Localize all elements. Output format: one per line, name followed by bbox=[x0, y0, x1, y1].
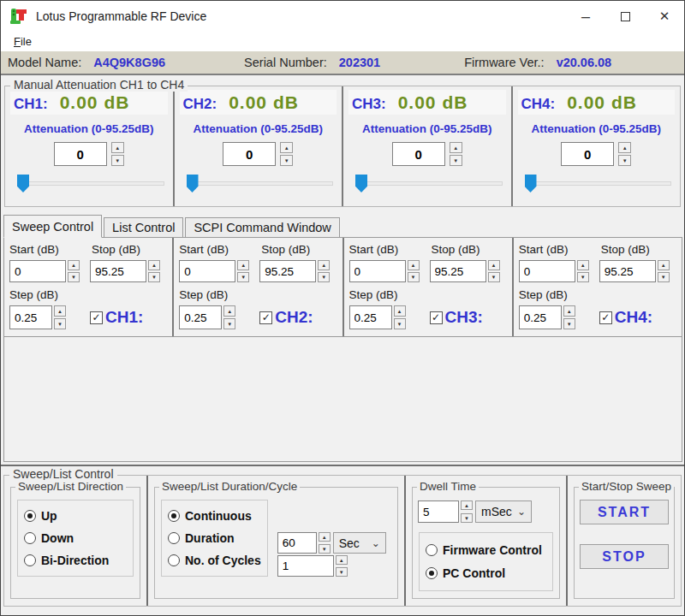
spin-up-icon[interactable]: ▲ bbox=[394, 305, 406, 317]
spin-down-icon[interactable]: ▼ bbox=[450, 155, 462, 166]
spin-down-icon[interactable]: ▼ bbox=[319, 544, 331, 554]
ch3-enable-checkbox[interactable]: ✓ bbox=[430, 311, 443, 324]
dwell-unit-select[interactable]: mSec ⌄ bbox=[475, 500, 532, 523]
start-db-label: Start (dB) bbox=[9, 243, 92, 256]
dwell-time-spinner: ▲ ▼ bbox=[461, 500, 473, 523]
ch2-attenuation-slider[interactable] bbox=[180, 174, 337, 194]
spin-down-icon[interactable]: ▼ bbox=[223, 318, 235, 329]
ch3-stop-input[interactable] bbox=[430, 260, 486, 282]
slider-thumb[interactable] bbox=[187, 175, 199, 192]
ch2-step-input[interactable] bbox=[179, 305, 222, 329]
spin-up-icon[interactable]: ▲ bbox=[68, 260, 80, 270]
spin-up-icon[interactable]: ▲ bbox=[563, 305, 575, 317]
ch2-enable-checkbox[interactable]: ✓ bbox=[259, 311, 272, 324]
slider-track[interactable] bbox=[525, 181, 672, 186]
duration-value-input[interactable] bbox=[277, 532, 317, 554]
spin-up-icon[interactable]: ▲ bbox=[223, 305, 235, 317]
ch2-start-input[interactable] bbox=[179, 260, 235, 282]
stop-db-label: Stop (dB) bbox=[432, 243, 480, 256]
spin-up-icon[interactable]: ▲ bbox=[618, 142, 631, 153]
radio-bi-direction[interactable]: Bi-Direction bbox=[24, 554, 127, 567]
spin-up-icon[interactable]: ▲ bbox=[280, 142, 293, 153]
ch2-stop-input[interactable] bbox=[259, 260, 316, 282]
ch4-attenuation-input[interactable] bbox=[561, 142, 614, 166]
spin-up-icon[interactable]: ▲ bbox=[408, 260, 420, 270]
start-button[interactable]: START bbox=[580, 500, 669, 524]
spin-up-icon[interactable]: ▲ bbox=[148, 260, 160, 270]
slider-track[interactable] bbox=[355, 181, 503, 186]
tab-sweep-control[interactable]: Sweep Control bbox=[3, 215, 102, 238]
ch4-step-input[interactable] bbox=[519, 305, 562, 329]
minimize-button[interactable]: – bbox=[566, 1, 605, 32]
ch4-enable-checkbox[interactable]: ✓ bbox=[599, 311, 612, 324]
spin-down-icon[interactable]: ▼ bbox=[237, 272, 249, 282]
radio-no-of-cycles[interactable]: No. of Cycles bbox=[168, 554, 261, 567]
ch1-start-input[interactable] bbox=[9, 260, 66, 282]
ch1-attenuation-slider[interactable] bbox=[10, 174, 168, 194]
spin-down-icon[interactable]: ▼ bbox=[318, 272, 330, 282]
maximize-button[interactable] bbox=[605, 1, 645, 32]
spin-up-icon[interactable]: ▲ bbox=[318, 260, 330, 270]
ch2-attenuation-input[interactable] bbox=[223, 142, 276, 166]
ch4-stop-input[interactable] bbox=[599, 260, 656, 282]
spin-down-icon[interactable]: ▼ bbox=[336, 567, 348, 577]
cycles-value-input[interactable] bbox=[277, 555, 334, 577]
ch3-start-input[interactable] bbox=[349, 260, 406, 282]
duration-unit-select[interactable]: Sec ⌄ bbox=[333, 532, 386, 554]
close-button[interactable]: ✕ bbox=[645, 1, 684, 32]
spin-down-icon[interactable]: ▼ bbox=[658, 272, 670, 282]
spin-down-icon[interactable]: ▼ bbox=[408, 272, 420, 282]
slider-thumb[interactable] bbox=[355, 175, 367, 192]
ch2-step-spinner: ▲ ▼ bbox=[223, 305, 235, 329]
spin-down-icon[interactable]: ▼ bbox=[54, 318, 66, 329]
radio-down[interactable]: Down bbox=[24, 531, 127, 545]
spin-down-icon[interactable]: ▼ bbox=[394, 318, 406, 329]
ch1-stop-input[interactable] bbox=[90, 260, 146, 282]
radio-firmware-control[interactable]: Firmware Control bbox=[426, 543, 546, 557]
tab-list-control[interactable]: List Control bbox=[104, 217, 183, 238]
spin-down-icon[interactable]: ▼ bbox=[488, 272, 500, 282]
spin-down-icon[interactable]: ▼ bbox=[280, 155, 293, 166]
spin-down-icon[interactable]: ▼ bbox=[563, 318, 575, 329]
radio-pc-control[interactable]: PC Control bbox=[426, 566, 546, 580]
ch1-enable-checkbox[interactable]: ✓ bbox=[90, 311, 103, 324]
spin-up-icon[interactable]: ▲ bbox=[488, 260, 500, 270]
ch4-start-input[interactable] bbox=[519, 260, 575, 282]
spin-down-icon[interactable]: ▼ bbox=[148, 272, 160, 282]
spin-up-icon[interactable]: ▲ bbox=[111, 142, 124, 153]
spin-down-icon[interactable]: ▼ bbox=[577, 272, 589, 282]
window-title: Lotus Programmable RF Device bbox=[36, 9, 566, 23]
ch1-step-input[interactable] bbox=[9, 305, 52, 329]
slider-thumb[interactable] bbox=[525, 175, 537, 192]
slider-track[interactable] bbox=[17, 181, 164, 186]
spin-down-icon[interactable]: ▼ bbox=[618, 155, 631, 166]
spin-up-icon[interactable]: ▲ bbox=[461, 500, 473, 510]
spin-up-icon[interactable]: ▲ bbox=[450, 142, 462, 153]
spin-up-icon[interactable]: ▲ bbox=[54, 305, 66, 317]
slider-track[interactable] bbox=[187, 181, 334, 186]
menu-item-file[interactable]: File bbox=[9, 33, 36, 50]
tab-scpi-command-window[interactable]: SCPI Command Window bbox=[185, 217, 339, 238]
stop-button[interactable]: STOP bbox=[580, 544, 669, 569]
ch4-attenuation-slider[interactable] bbox=[518, 174, 676, 194]
channel-header: CH4: 0.00 dB bbox=[518, 90, 676, 115]
spin-down-icon[interactable]: ▼ bbox=[111, 155, 124, 166]
ch2-start-spinner: ▲ ▼ bbox=[237, 260, 249, 282]
spin-up-icon[interactable]: ▲ bbox=[577, 260, 589, 270]
radio-up[interactable]: Up bbox=[24, 509, 127, 523]
spin-up-icon[interactable]: ▲ bbox=[658, 260, 670, 270]
slider-thumb[interactable] bbox=[17, 175, 29, 192]
ch3-attenuation-input[interactable] bbox=[392, 142, 445, 166]
ch3-attenuation-slider[interactable] bbox=[348, 174, 506, 194]
spin-up-icon[interactable]: ▲ bbox=[336, 555, 348, 565]
radio-continuous[interactable]: Continuous bbox=[168, 509, 261, 523]
dwell-time-input[interactable] bbox=[418, 500, 459, 523]
radio-duration[interactable]: Duration bbox=[168, 531, 261, 545]
ch1-attenuation-input[interactable] bbox=[54, 142, 107, 166]
spin-down-icon[interactable]: ▼ bbox=[68, 272, 80, 282]
ch3-step-input[interactable] bbox=[349, 305, 392, 329]
spin-down-icon[interactable]: ▼ bbox=[461, 513, 473, 523]
spin-up-icon[interactable]: ▲ bbox=[319, 532, 331, 542]
spin-up-icon[interactable]: ▲ bbox=[237, 260, 249, 270]
sweep-column-ch4: Start (dB) Stop (dB) ▲ ▼ ▲ ▼ S bbox=[512, 238, 682, 336]
